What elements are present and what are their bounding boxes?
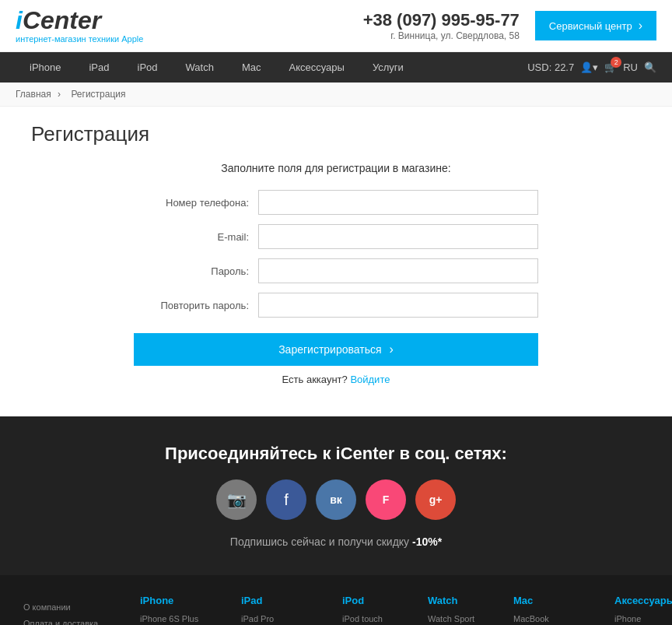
footer-ipad-pro[interactable]: iPad Pro [241, 613, 334, 625]
footer-ipod-title: iPod [342, 595, 420, 606]
logo-center: Center [23, 6, 101, 34]
logo-subtitle: интернет-магазин техники Apple [16, 34, 143, 44]
footer-watch-title: Watch [428, 595, 506, 606]
phone-number: +38 (097) 995-95-77 [363, 10, 520, 30]
main-content: Регистрация Заполните поля для регистрац… [0, 107, 672, 416]
google-plus-icon[interactable]: g+ [415, 479, 456, 520]
nav-ipad[interactable]: iPad [75, 52, 123, 83]
footer-accessories-col: Аксессуары iPhone iPad Watch MacBook Ауд… [614, 595, 672, 625]
nav-watch[interactable]: Watch [172, 52, 228, 83]
logo-area: iCenter интернет-магазин техники Apple [16, 8, 143, 44]
password-label: Пароль: [134, 265, 258, 277]
confirm-label: Повторить пароль: [134, 300, 258, 311]
register-arrow-icon: › [390, 342, 394, 356]
logo-i: i [16, 6, 23, 34]
facebook-icon[interactable]: f [266, 479, 306, 520]
footer-acc-iphone[interactable]: iPhone [614, 613, 672, 625]
nav-items: iPhone iPad iPod Watch Mac Аксессуары Ус… [16, 52, 418, 83]
phone-input[interactable] [258, 190, 538, 215]
phone-label: Номер телефона: [134, 197, 258, 209]
nav-iphone[interactable]: iPhone [16, 52, 75, 83]
social-icons: 📷 f вк F g+ [16, 479, 656, 520]
breadcrumb: Главная › Регистрация [0, 83, 672, 107]
instagram-icon[interactable]: 📷 [216, 479, 257, 520]
footer-link-about[interactable]: О компании [23, 601, 132, 614]
foursquare-icon[interactable]: F [366, 479, 406, 520]
nav-mac[interactable]: Mac [228, 52, 275, 83]
email-input[interactable] [258, 224, 538, 249]
cart-badge: 2 [611, 57, 621, 68]
footer-link-delivery[interactable]: Оплата и доставка [23, 617, 132, 626]
email-label: E-mail: [134, 231, 258, 243]
social-title: Присоединяйтесь к iCenter в соц. сетях: [16, 444, 656, 464]
form-subtitle: Заполните поля для регистрации в магазин… [134, 162, 538, 174]
nav-right: USD: 22.7 👤▾ 🛒 2 RU 🔍 [527, 61, 656, 73]
footer-watch-sport[interactable]: Watch Sport [428, 613, 506, 625]
footer-ipod-touch[interactable]: iPod touch [342, 613, 420, 625]
language-selector[interactable]: RU [623, 61, 638, 73]
service-center-button[interactable]: Сервисный центр › [535, 11, 656, 40]
password-input[interactable] [258, 258, 538, 283]
phone-address: г. Винница, ул. Свердлова, 58 [363, 30, 520, 41]
registration-form: Заполните поля для регистрации в магазин… [134, 162, 538, 385]
login-hint: Есть аккаунт? Войдите [134, 374, 538, 385]
nav-services[interactable]: Услуги [359, 52, 418, 83]
footer-watch-col: Watch Watch Sport Watch Watch Edition [428, 595, 506, 625]
footer-accessories-title: Аксессуары [614, 595, 672, 606]
breadcrumb-separator: › [58, 89, 63, 100]
footer-mac-title: Mac [513, 595, 607, 606]
register-button[interactable]: Зарегистрироваться › [134, 333, 538, 366]
footer-grid: О компании Оплата и доставка Отзывы Блог… [23, 595, 649, 625]
footer-mac-col: Mac MacBook MacBook Air MacBook Pro iMac… [513, 595, 607, 625]
email-row: E-mail: [134, 224, 538, 249]
footer-ipad-title: iPad [241, 595, 334, 606]
footer-ipod-col: iPod iPod touch iPod nano iPod shuffle [342, 595, 420, 625]
footer-ipad-col: iPad iPad Pro iPad Air 2 iPad mini 4 [241, 595, 334, 625]
footer-iphone-title: iPhone [140, 595, 233, 606]
user-icon[interactable]: 👤▾ [580, 61, 598, 73]
breadcrumb-home[interactable]: Главная [16, 89, 51, 100]
footer-iphone-col: iPhone iPhone 6S Plus iPhone 6S iPhone 6… [140, 595, 233, 625]
breadcrumb-current: Регистрация [71, 89, 125, 100]
nav-ipod[interactable]: iPod [124, 52, 172, 83]
password-row: Пароль: [134, 258, 538, 283]
confirm-password-row: Повторить пароль: [134, 293, 538, 318]
header-right: +38 (097) 995-95-77 г. Винница, ул. Свер… [363, 10, 656, 41]
footer-iphone6splus[interactable]: iPhone 6S Plus [140, 613, 233, 625]
confirm-password-input[interactable] [258, 293, 538, 318]
main-nav: iPhone iPad iPod Watch Mac Аксессуары Ус… [0, 52, 672, 83]
cart-icon[interactable]: 🛒 2 [604, 61, 617, 73]
currency-display: USD: 22.7 [527, 61, 574, 73]
footer: О компании Оплата и доставка Отзывы Блог… [0, 575, 672, 625]
logo[interactable]: iCenter [16, 8, 143, 33]
phone-info: +38 (097) 995-95-77 г. Винница, ул. Свер… [363, 10, 520, 41]
vk-icon[interactable]: вк [316, 479, 356, 520]
nav-accessories[interactable]: Аксессуары [275, 52, 358, 83]
footer-company-col: О компании Оплата и доставка Отзывы Блог… [23, 595, 132, 625]
footer-macbook[interactable]: MacBook [513, 613, 607, 625]
search-icon[interactable]: 🔍 [644, 61, 656, 73]
login-link[interactable]: Войдите [350, 374, 390, 385]
social-subtitle: Подпишись сейчас и получи скидку -10%* [16, 535, 656, 548]
header: iCenter интернет-магазин техники Apple +… [0, 0, 672, 52]
social-section: Присоединяйтесь к iCenter в соц. сетях: … [0, 416, 672, 575]
phone-row: Номер телефона: [134, 190, 538, 215]
discount-text: -10%* [409, 535, 442, 548]
page-title: Регистрация [31, 122, 641, 146]
arrow-icon: › [639, 19, 642, 33]
